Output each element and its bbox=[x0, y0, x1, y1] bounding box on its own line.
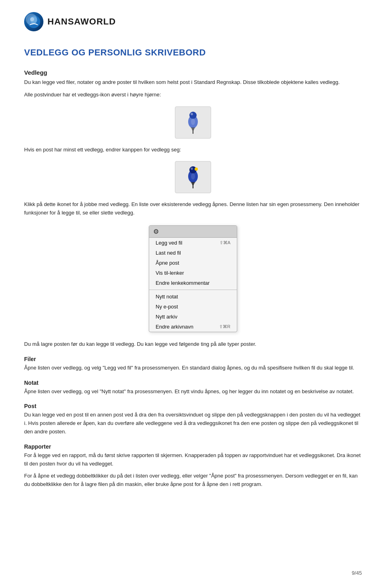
svg-marker-8 bbox=[191, 127, 195, 131]
menu-item-legg-ved-fil[interactable]: Legg ved fil ⇧⌘A bbox=[149, 238, 237, 248]
menu-item-label: Nytt notat bbox=[156, 294, 178, 300]
svg-point-7 bbox=[191, 118, 195, 125]
page-footer: 9/45 bbox=[352, 570, 362, 576]
menu-divider-1 bbox=[149, 290, 237, 290]
svg-point-12 bbox=[191, 167, 193, 170]
svg-point-13 bbox=[191, 173, 195, 180]
final-paragraph: For å åpne et vedlegg dobbeltklikker du … bbox=[24, 472, 362, 489]
menu-item-vis-til-lenker[interactable]: Vis til-lenker bbox=[149, 268, 237, 278]
svg-point-15 bbox=[195, 167, 198, 171]
logo-area: HANSAWORLD bbox=[24, 12, 362, 35]
menu-item-apne-post[interactable]: Åpne post bbox=[149, 258, 237, 268]
pushpin-normal-icon bbox=[183, 110, 203, 135]
svg-point-6 bbox=[191, 113, 193, 115]
svg-marker-14 bbox=[191, 182, 195, 186]
intro-paragraph: Du kan legge ved filer, notater og andre… bbox=[24, 78, 362, 87]
menu-item-label: Ny e-post bbox=[156, 304, 178, 310]
gear-icon: ⚙ bbox=[153, 228, 159, 235]
pushpin-active-icon bbox=[183, 165, 203, 189]
menu-header: ⚙ bbox=[149, 226, 237, 238]
pushpin-normal-display bbox=[24, 106, 362, 139]
post-title: Post bbox=[24, 403, 362, 409]
lagre-paragraph: Du må lagre posten før du kan legge til … bbox=[24, 340, 362, 349]
filer-title: Filer bbox=[24, 356, 362, 362]
menu-item-nytt-arkiv[interactable]: Nytt arkiv bbox=[149, 312, 237, 322]
logo-icon bbox=[24, 12, 43, 31]
menu-shortcut: ⇧⌘A bbox=[220, 240, 230, 245]
menu-item-nytt-notat[interactable]: Nytt notat bbox=[149, 292, 237, 302]
rapporter-title: Rapporter bbox=[24, 443, 362, 450]
menu-item-label: Nytt arkiv bbox=[156, 314, 177, 320]
logo-text: HANSAWORLD bbox=[47, 16, 116, 27]
icon-intro-paragraph: Alle postvinduer har et vedleggs-ikon øv… bbox=[24, 91, 362, 99]
menu-item-label: Endre lenkekommentar bbox=[156, 280, 209, 286]
svg-point-1 bbox=[30, 16, 37, 24]
svg-point-5 bbox=[189, 112, 197, 119]
section-heading: Vedlegg bbox=[24, 69, 362, 76]
notat-title: Notat bbox=[24, 380, 362, 386]
menu-shortcut: ⇧⌘R bbox=[219, 324, 230, 329]
menu-item-label: Åpne post bbox=[156, 260, 179, 266]
svg-point-2 bbox=[30, 17, 34, 21]
menu-box: ⚙ Legg ved fil ⇧⌘A Last ned fil Åpne pos… bbox=[149, 225, 237, 332]
menu-item-label: Vis til-lenker bbox=[156, 270, 184, 276]
pushpin-normal-box bbox=[175, 106, 211, 139]
filer-text: Åpne listen over vedlegg, og velg "Legg … bbox=[24, 364, 362, 372]
page-title: VEDLEGG OG PERSONLIG SKRIVEBORD bbox=[24, 47, 362, 58]
icon-changed-paragraph: Hvis en post har minst ett vedlegg, endr… bbox=[24, 146, 362, 154]
menu-screenshot: ⚙ Legg ved fil ⇧⌘A Last ned fil Åpne pos… bbox=[24, 225, 362, 332]
menu-item-endre-arkivnavn[interactable]: Endre arkivnavn ⇧⌘R bbox=[149, 322, 237, 332]
notat-text: Åpne listen over vedlegg, og vel "Nytt n… bbox=[24, 388, 362, 396]
vedlegg-click-paragraph: Klikk på dette ikonet for å jobbe med ve… bbox=[24, 200, 362, 217]
menu-item-endre-lenkekommentar[interactable]: Endre lenkekommentar bbox=[149, 278, 237, 288]
svg-point-0 bbox=[27, 15, 40, 28]
menu-item-label: Legg ved fil bbox=[156, 240, 183, 246]
rapporter-text: For å legge ved en rapport, må du først … bbox=[24, 451, 362, 468]
pushpin-active-box bbox=[175, 161, 211, 193]
menu-item-label: Last ned fil bbox=[156, 250, 181, 256]
post-text: Du kan legge ved en post til en annen po… bbox=[24, 411, 362, 436]
menu-item-ny-epost[interactable]: Ny e-post bbox=[149, 302, 237, 312]
menu-item-last-ned-fil[interactable]: Last ned fil bbox=[149, 248, 237, 258]
menu-item-label: Endre arkivnavn bbox=[156, 324, 193, 330]
pushpin-active-display bbox=[24, 161, 362, 193]
